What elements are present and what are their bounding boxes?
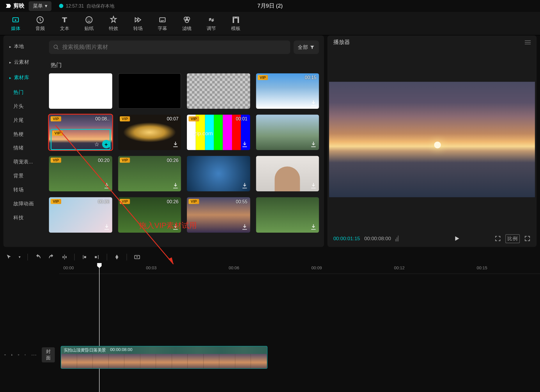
trim-right-icon[interactable]	[94, 254, 100, 260]
download-icon[interactable]	[310, 224, 317, 231]
add-button[interactable]: +	[102, 140, 110, 148]
sidebar-sub[interactable]: 热梗	[3, 127, 44, 141]
tab-文本[interactable]: 文本	[52, 12, 77, 35]
autosave-status: 12:57:31 自动保存本地	[59, 3, 114, 9]
lock-icon[interactable]	[11, 352, 13, 357]
chevron-down-icon[interactable]: ▾	[19, 255, 21, 259]
frame-export-icon[interactable]	[134, 254, 140, 260]
star-icon[interactable]: ☆	[94, 141, 99, 148]
svg-rect-12	[396, 237, 397, 241]
ruler-tick: 00:09	[311, 266, 322, 270]
redo-icon[interactable]	[48, 254, 55, 260]
ruler-tick: 00:15	[477, 266, 487, 270]
tab-滤镜[interactable]: 滤镜	[175, 12, 199, 35]
media-thumb[interactable]: VIP00:20	[49, 156, 112, 191]
ruler-tick: 00:12	[394, 266, 405, 270]
marker-icon[interactable]	[114, 254, 120, 260]
media-thumb[interactable]	[256, 115, 319, 150]
tab-调节[interactable]: 调节	[199, 12, 224, 35]
section-title: 热门	[51, 62, 319, 69]
vip-badge: VIP	[120, 116, 130, 121]
time-total: 00:00:08:00	[364, 236, 391, 241]
play-button[interactable]	[454, 235, 460, 242]
vip-badge: VIP	[189, 199, 199, 204]
tab-转场[interactable]: 转场	[126, 12, 150, 35]
sidebar-sub[interactable]: 背景	[3, 169, 44, 183]
more-icon[interactable]: ⋯	[31, 352, 37, 358]
media-thumb[interactable]	[256, 197, 319, 233]
watermark: zip.com	[194, 130, 213, 137]
duration-label: 00:01	[236, 116, 247, 121]
trim-left-icon[interactable]	[82, 254, 87, 260]
duration-label: 00:26	[98, 199, 109, 204]
filter-icon	[310, 45, 315, 50]
svg-point-8	[185, 19, 189, 22]
download-icon[interactable]	[241, 141, 248, 148]
search-input[interactable]: 搜索视频/图片素材	[49, 40, 290, 54]
player-menu-icon[interactable]	[525, 40, 531, 44]
media-thumb[interactable]: VIP00:08..VIP☆+	[49, 115, 112, 150]
sidebar-head[interactable]: 云素材	[3, 54, 44, 70]
undo-icon[interactable]	[35, 254, 41, 260]
volume-bars-icon[interactable]	[395, 236, 399, 241]
sidebar-sub[interactable]: 故障动画	[3, 197, 44, 211]
fullscreen-icon[interactable]	[524, 235, 531, 242]
svg-rect-13	[398, 236, 399, 241]
eye-icon[interactable]	[18, 352, 20, 357]
tab-特效[interactable]: 特效	[101, 12, 126, 35]
download-icon[interactable]	[103, 182, 110, 190]
download-icon[interactable]	[172, 182, 179, 190]
tab-模板[interactable]: 模板	[224, 12, 248, 35]
timeline-clip[interactable]: 实拍山顶黄昏日落美景 00:00:08:00	[61, 346, 268, 369]
sidebar-sub[interactable]: 转场	[3, 183, 44, 197]
sidebar-sub[interactable]: 科技	[3, 211, 44, 225]
duration-label: 00:26	[167, 199, 178, 204]
cover-button[interactable]: 封面	[42, 347, 55, 362]
sidebar-sub[interactable]: 片头	[3, 99, 44, 113]
media-thumb[interactable]	[256, 156, 319, 191]
tab-音频[interactable]: 音频	[28, 12, 52, 35]
download-icon[interactable]	[310, 99, 317, 107]
cursor-tool[interactable]	[6, 254, 12, 260]
svg-rect-11	[395, 239, 396, 242]
vip-badge: VIP	[51, 116, 61, 121]
media-thumb[interactable]: VIP00:26	[49, 197, 112, 233]
media-thumb[interactable]	[118, 73, 181, 109]
split-icon[interactable]	[62, 254, 68, 260]
duration-label: 00:20	[98, 158, 109, 163]
download-icon[interactable]	[172, 141, 179, 148]
sidebar-head[interactable]: 本地	[3, 39, 44, 54]
sidebar-head[interactable]: 素材库	[3, 70, 44, 86]
tab-媒体[interactable]: 媒体	[3, 12, 28, 35]
download-icon[interactable]	[310, 182, 317, 190]
playhead[interactable]	[99, 264, 100, 392]
tab-贴纸[interactable]: 贴纸	[77, 12, 101, 35]
media-thumb[interactable]	[187, 156, 250, 191]
sidebar-sub[interactable]: 萌宠表...	[3, 155, 44, 169]
focus-icon[interactable]	[494, 235, 501, 242]
media-thumb[interactable]: VIP00:07	[118, 115, 181, 150]
media-thumb[interactable]	[187, 73, 250, 109]
media-thumb[interactable]: VIP00:26	[118, 156, 181, 191]
media-thumb[interactable]: VIP00:15	[256, 73, 319, 109]
svg-rect-15	[4, 354, 6, 355]
download-icon[interactable]	[103, 224, 110, 231]
filter-button[interactable]: 全部	[294, 40, 319, 54]
sidebar-sub[interactable]: 情绪	[3, 141, 44, 155]
svg-point-2	[86, 17, 92, 23]
toggle-track-icon[interactable]	[4, 352, 6, 357]
project-name: 7月9日 (2)	[257, 2, 283, 10]
download-icon[interactable]	[241, 182, 248, 190]
player-canvas[interactable]	[329, 82, 535, 197]
download-icon[interactable]	[241, 224, 248, 231]
ratio-button[interactable]: 比例	[505, 234, 520, 243]
vip-badge: VIP	[258, 75, 268, 80]
media-thumb[interactable]	[49, 73, 112, 109]
tab-字幕[interactable]: 字幕	[150, 12, 175, 35]
duration-label: 00:07	[167, 116, 178, 121]
menu-button[interactable]: 菜单 ▾	[29, 1, 52, 11]
speaker-icon[interactable]	[24, 352, 26, 357]
sidebar-sub[interactable]: 热门	[3, 85, 44, 99]
download-icon[interactable]	[310, 141, 317, 148]
sidebar-sub[interactable]: 片尾	[3, 113, 44, 127]
